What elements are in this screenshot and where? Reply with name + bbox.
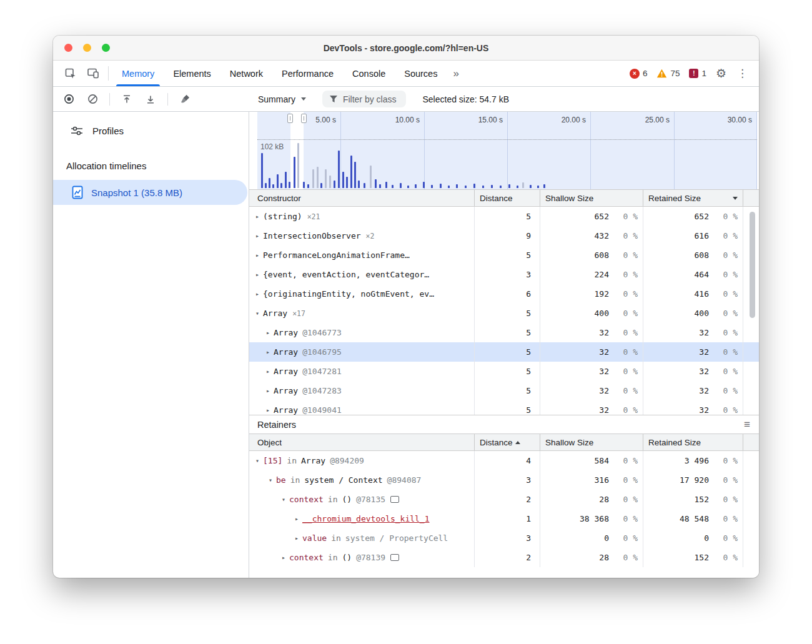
column-distance[interactable]: Distance bbox=[474, 190, 540, 206]
error-badge[interactable]: × 6 bbox=[630, 69, 648, 79]
object-cell: ▸contextin()@78139 bbox=[249, 548, 474, 567]
expand-icon[interactable]: ▸ bbox=[266, 329, 270, 336]
warning-count: 75 bbox=[670, 69, 680, 78]
retainer-edge-name: context bbox=[289, 495, 324, 504]
constructor-row[interactable]: ▸IntersectionObserver×294320 %6160 % bbox=[249, 226, 759, 245]
expand-icon[interactable]: ▸ bbox=[266, 387, 270, 394]
object-cell: ▸valueinsystem / PropertyCell bbox=[249, 528, 474, 548]
constructor-row[interactable]: ▸(string)×2156520 %6520 % bbox=[249, 207, 759, 226]
snapshot-item[interactable]: Snapshot 1 (35.8 MB) bbox=[53, 180, 247, 205]
load-profile-icon[interactable] bbox=[120, 92, 134, 106]
tab-performance[interactable]: Performance bbox=[272, 61, 343, 86]
constructor-row[interactable]: ▸Array@10472815320 %320 % bbox=[249, 362, 759, 381]
column-distance[interactable]: Distance bbox=[474, 434, 540, 450]
constructor-row[interactable]: ▾Array×1754000 %4000 % bbox=[249, 304, 759, 323]
selected-size-label: Selected size: 54.7 kB bbox=[422, 94, 509, 104]
tab-elements[interactable]: Elements bbox=[164, 61, 220, 86]
retainer-row[interactable]: ▾beinsystem / Context@89408733160 %17 92… bbox=[249, 470, 759, 490]
retainers-menu-icon[interactable]: ≡ bbox=[744, 419, 750, 430]
selection-handle-right[interactable] bbox=[301, 114, 307, 123]
snapshot-document-icon bbox=[72, 186, 83, 199]
constructor-row[interactable]: ▸Array@10472835320 %320 % bbox=[249, 381, 759, 400]
expand-icon[interactable]: ▸ bbox=[295, 535, 299, 542]
expand-icon[interactable]: ▸ bbox=[266, 407, 270, 414]
expand-icon[interactable]: ▸ bbox=[255, 213, 259, 220]
expand-icon[interactable]: ▸ bbox=[255, 252, 259, 259]
customize-menu-icon[interactable]: ⋮ bbox=[736, 68, 749, 79]
collapse-icon[interactable]: ▾ bbox=[269, 477, 272, 483]
error-icon: × bbox=[630, 69, 640, 79]
device-toolbar-icon[interactable] bbox=[82, 61, 104, 86]
column-constructor[interactable]: Constructor bbox=[249, 190, 474, 206]
more-tabs-icon[interactable]: » bbox=[447, 61, 465, 86]
tab-memory[interactable]: Memory bbox=[112, 61, 164, 86]
timeline-bar bbox=[379, 184, 381, 188]
tab-sources[interactable]: Sources bbox=[395, 61, 447, 86]
column-shallow-size[interactable]: Shallow Size bbox=[540, 190, 643, 206]
save-profile-icon[interactable] bbox=[144, 92, 157, 106]
timeline-bar bbox=[285, 172, 287, 188]
timeline-bar bbox=[375, 179, 377, 188]
memory-toolbar: Summary Filter by class Selected size: 5… bbox=[53, 87, 759, 112]
retainer-row[interactable]: ▾[15]inArray@89420945840 %3 4960 % bbox=[249, 451, 759, 470]
retainer-object-name: Array bbox=[301, 456, 325, 465]
fullscreen-button[interactable] bbox=[102, 44, 110, 52]
column-shallow-size[interactable]: Shallow Size bbox=[540, 434, 643, 450]
retainers-table-body: ▾[15]inArray@89420945840 %3 4960 %▾beins… bbox=[249, 451, 759, 570]
timeline-bar bbox=[431, 185, 433, 188]
timeline-bar bbox=[543, 184, 545, 188]
timeline-bar bbox=[537, 186, 539, 188]
scrollbar-thumb[interactable] bbox=[750, 212, 755, 318]
record-icon[interactable] bbox=[62, 92, 76, 106]
in-keyword: in bbox=[290, 475, 300, 485]
expand-icon[interactable]: ▸ bbox=[255, 290, 259, 297]
column-retained-size[interactable]: Retained Size bbox=[643, 190, 743, 206]
expand-icon[interactable]: ▸ bbox=[266, 368, 270, 375]
collect-garbage-icon[interactable] bbox=[178, 92, 192, 106]
retainer-edge-name[interactable]: __chromium_devtools_kill_1 bbox=[302, 514, 430, 523]
retainer-row[interactable]: ▸valueinsystem / PropertyCell300 %00 % bbox=[249, 528, 759, 548]
tab-network[interactable]: Network bbox=[220, 61, 272, 86]
expand-icon[interactable]: ▸ bbox=[295, 515, 299, 522]
reveal-source-icon[interactable] bbox=[390, 554, 399, 561]
constructor-row[interactable]: ▸Array@10467955320 %320 % bbox=[249, 342, 759, 362]
expand-icon[interactable]: ▸ bbox=[255, 271, 259, 278]
selection-handle-left[interactable] bbox=[287, 114, 293, 123]
clear-profiles-icon[interactable] bbox=[86, 92, 99, 106]
expand-icon[interactable]: ▸ bbox=[255, 232, 259, 239]
inspect-element-icon[interactable] bbox=[59, 61, 82, 86]
titlebar: DevTools - store.google.com/?hl=en-US bbox=[53, 36, 759, 61]
retainer-row[interactable]: ▸__chromium_devtools_kill_1138 3680 %48 … bbox=[249, 509, 759, 528]
warning-badge[interactable]: 75 bbox=[656, 69, 680, 78]
collapse-icon[interactable]: ▾ bbox=[255, 457, 259, 464]
column-retained-size[interactable]: Retained Size bbox=[643, 434, 743, 450]
close-button[interactable] bbox=[64, 44, 72, 52]
collapse-icon[interactable]: ▾ bbox=[255, 310, 259, 317]
issues-badge[interactable]: ! 1 bbox=[689, 69, 706, 78]
constructor-name: PerformanceLongAnimationFrame… bbox=[263, 250, 410, 260]
timeline-bar bbox=[473, 184, 475, 188]
object-cell: ▸__chromium_devtools_kill_1 bbox=[249, 509, 474, 528]
allocation-timeline-overview[interactable]: 5.00 s10.00 s15.00 s20.00 s25.00 s30.00 … bbox=[257, 112, 757, 189]
constructor-name: {originatingEntity, noGtmEvent, ev… bbox=[263, 289, 434, 299]
size-scale-label: 102 kB bbox=[260, 142, 284, 151]
retainer-row[interactable]: ▸contextin()@781392280 %1520 % bbox=[249, 548, 759, 567]
collapse-icon[interactable]: ▾ bbox=[282, 496, 285, 503]
tab-console[interactable]: Console bbox=[343, 61, 395, 86]
constructor-row[interactable]: ▸Array@10490415320 %320 % bbox=[249, 400, 759, 415]
constructor-row[interactable]: ▸{event, eventAction, eventCategor…32240… bbox=[249, 265, 759, 284]
perspective-select[interactable]: Summary bbox=[258, 94, 306, 104]
constructor-row[interactable]: ▸{originatingEntity, noGtmEvent, ev…6192… bbox=[249, 284, 759, 304]
column-object[interactable]: Object bbox=[249, 434, 474, 450]
reveal-source-icon[interactable] bbox=[390, 496, 399, 503]
expand-icon[interactable]: ▸ bbox=[282, 554, 285, 561]
constructor-row[interactable]: ▸Array@10467735320 %320 % bbox=[249, 323, 759, 342]
retained-size-cell: 4640 % bbox=[643, 265, 743, 284]
minimize-button[interactable] bbox=[83, 44, 91, 52]
expand-icon[interactable]: ▸ bbox=[266, 349, 270, 355]
retainer-row[interactable]: ▾contextin()@781352280 %1520 % bbox=[249, 490, 759, 509]
class-filter-input[interactable]: Filter by class bbox=[322, 91, 407, 107]
settings-gear-icon[interactable]: ⚙ bbox=[716, 67, 726, 79]
constructor-row[interactable]: ▸PerformanceLongAnimationFrame…56080 %60… bbox=[249, 245, 759, 265]
timeline-bar bbox=[500, 186, 502, 188]
